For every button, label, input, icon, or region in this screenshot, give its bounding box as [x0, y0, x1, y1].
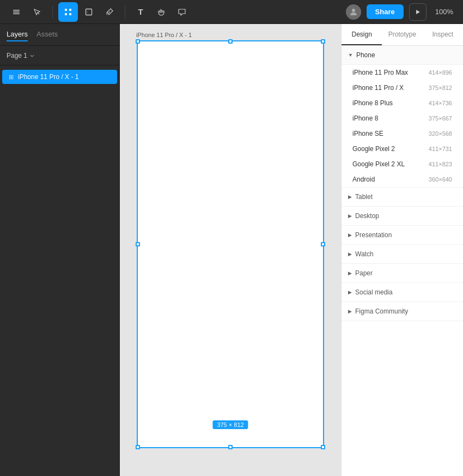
svg-rect-2 [13, 13, 20, 14]
toolbar-divider-1 [52, 5, 53, 19]
device-item[interactable]: iPhone 8 Plus 414×736 [342, 95, 463, 111]
inspect-tab[interactable]: Inspect [423, 24, 463, 45]
desktop-section-header[interactable]: ▶ Desktop [342, 207, 463, 226]
frame-tool-button[interactable] [58, 2, 78, 22]
device-name: iPhone 8 Plus [352, 99, 393, 107]
desktop-chevron-icon: ▶ [348, 213, 352, 219]
device-name: Google Pixel 2 XL [352, 160, 405, 168]
page-selector[interactable]: Page 1 [0, 46, 119, 65]
device-size: 414×736 [429, 100, 452, 106]
watch-chevron-icon: ▶ [348, 251, 352, 257]
device-item[interactable]: Google Pixel 2 411×731 [342, 141, 463, 156]
device-name: iPhone 11 Pro Max [352, 69, 408, 76]
comment-tool-button[interactable] [172, 2, 192, 22]
handle-bottom-right[interactable] [321, 445, 325, 449]
watch-section-header[interactable]: ▶ Watch [342, 245, 463, 264]
text-tool-button[interactable]: T [131, 2, 150, 22]
paper-section-title: Paper [355, 269, 373, 277]
social-media-section-header[interactable]: ▶ Social media [342, 283, 463, 302]
phone-section-header[interactable]: ▼ Phone [342, 46, 463, 65]
presentation-section-header[interactable]: ▶ Presentation [342, 226, 463, 245]
assets-tab[interactable]: Assets [36, 28, 58, 41]
pen-tool-button[interactable] [100, 2, 119, 22]
handle-top-middle[interactable] [228, 39, 233, 44]
device-size: 414×896 [429, 69, 452, 76]
sidebar-tabs: Layers Assets [0, 24, 119, 46]
prototype-tab[interactable]: Prototype [382, 24, 422, 45]
play-button[interactable] [409, 3, 427, 21]
toolbar-right: Share 100% [346, 3, 456, 21]
handle-middle-left[interactable] [136, 242, 140, 246]
device-item[interactable]: iPhone SE 320×568 [342, 126, 463, 141]
social-media-chevron-icon: ▶ [348, 290, 352, 295]
move-tool-button[interactable] [27, 2, 47, 22]
device-name: iPhone 8 [352, 115, 378, 122]
phone-section-title: Phone [356, 51, 375, 59]
device-item[interactable]: iPhone 11 Pro / X 375×812 [342, 80, 463, 95]
right-content: ▼ Phone iPhone 11 Pro Max 414×896 iPhone… [342, 46, 463, 476]
frame-box[interactable] [137, 40, 324, 448]
page-label: Page 1 [7, 52, 27, 59]
design-tab[interactable]: Design [342, 24, 382, 45]
device-name: iPhone SE [352, 130, 383, 137]
share-button[interactable]: Share [367, 4, 404, 19]
figma-community-chevron-icon: ▶ [348, 309, 352, 314]
layer-label: iPhone 11 Pro / X - 1 [18, 73, 78, 81]
svg-point-9 [352, 9, 355, 12]
handle-bottom-middle[interactable] [228, 445, 233, 449]
right-tabs: Design Prototype Inspect [342, 24, 463, 46]
frame-label: iPhone 11 Pro / X - 1 [136, 32, 192, 38]
chevron-down-icon [29, 53, 35, 58]
figma-community-section-title: Figma Community [355, 308, 408, 315]
frame-icon: ⊞ [9, 74, 14, 81]
handle-top-right[interactable] [321, 39, 325, 44]
menu-button[interactable] [7, 2, 26, 22]
device-size: 375×667 [429, 115, 452, 122]
canvas-inner: iPhone 11 Pro / X - 1 375 × 812 [120, 24, 341, 476]
zoom-selector[interactable]: 100% [432, 5, 456, 18]
device-item[interactable]: Android 360×640 [342, 172, 463, 187]
device-name: Android [352, 176, 375, 183]
main-area: Layers Assets Page 1 ⊞ iPhone 11 Pro / X… [0, 24, 463, 476]
hand-tool-button[interactable] [151, 2, 171, 22]
frame-tools-group [58, 2, 119, 22]
canvas-area: iPhone 11 Pro / X - 1 375 × 812 [120, 24, 341, 476]
desktop-section-title: Desktop [355, 212, 379, 220]
device-size: 375×812 [429, 85, 452, 91]
device-item[interactable]: iPhone 11 Pro Max 414×896 [342, 65, 463, 80]
nav-tools-group: T [131, 2, 192, 22]
right-sidebar: Design Prototype Inspect ▼ Phone iPhone … [341, 24, 463, 476]
shape-tool-button[interactable] [79, 2, 99, 22]
layer-item[interactable]: ⊞ iPhone 11 Pro / X - 1 [2, 70, 117, 84]
tablet-chevron-icon: ▶ [348, 194, 352, 200]
handle-top-left[interactable] [136, 39, 140, 44]
figma-community-section-header[interactable]: ▶ Figma Community [342, 302, 463, 321]
presentation-section-title: Presentation [355, 231, 392, 239]
svg-point-8 [109, 11, 110, 13]
device-size: 360×640 [429, 176, 452, 183]
frame-container: 375 × 812 [135, 40, 326, 449]
watch-section-title: Watch [355, 250, 374, 258]
device-item[interactable]: Google Pixel 2 XL 411×823 [342, 156, 463, 172]
paper-chevron-icon: ▶ [348, 270, 352, 276]
paper-section-header[interactable]: ▶ Paper [342, 264, 463, 283]
device-item[interactable]: iPhone 8 375×667 [342, 111, 463, 126]
layers-list: ⊞ iPhone 11 Pro / X - 1 [0, 65, 119, 476]
svg-rect-5 [65, 13, 67, 15]
svg-rect-3 [65, 9, 67, 11]
device-name: iPhone 11 Pro / X [352, 84, 404, 92]
device-size: 411×823 [429, 161, 452, 167]
avatar[interactable] [346, 4, 361, 20]
tools-group [7, 2, 47, 22]
device-size: 411×731 [429, 146, 452, 152]
left-sidebar: Layers Assets Page 1 ⊞ iPhone 11 Pro / X… [0, 24, 120, 476]
layers-tab[interactable]: Layers [7, 28, 28, 41]
toolbar-divider-2 [125, 5, 125, 19]
handle-bottom-left[interactable] [136, 445, 140, 449]
device-size: 320×568 [429, 130, 452, 137]
handle-middle-right[interactable] [321, 242, 325, 246]
toolbar: T Share 100% [0, 0, 463, 24]
svg-rect-0 [13, 10, 20, 11]
tablet-section-header[interactable]: ▶ Tablet [342, 188, 463, 207]
social-media-section-title: Social media [355, 288, 393, 296]
